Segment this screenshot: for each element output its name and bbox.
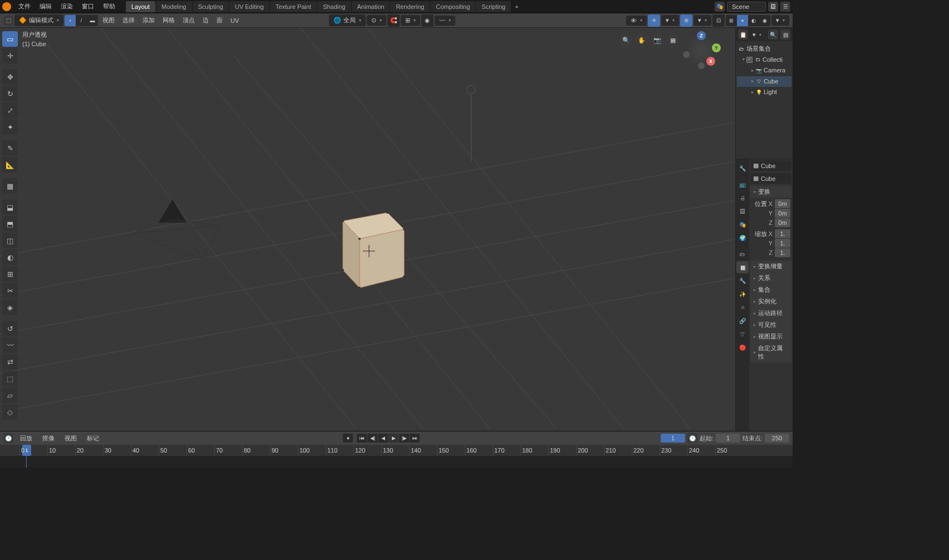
hmenu-edge[interactable]: 边 [199,14,212,26]
measure-tool-icon[interactable]: 📐 [2,157,18,173]
jump-end-icon[interactable]: ⏭ [410,434,420,443]
jump-start-icon[interactable]: ⏮ [357,434,367,443]
edge-select-icon[interactable]: / [76,15,87,26]
outliner-collection[interactable]: ▾✓🗀Collecti [737,55,791,66]
snap-dropdown[interactable]: ⊞ [401,15,420,26]
tab-modeling[interactable]: Modeling [156,1,192,12]
tab-animation[interactable]: Animation [352,1,390,12]
transform-tool-icon[interactable]: ✦ [2,119,18,135]
prev-keyframe-icon[interactable]: ◀| [367,434,377,443]
prop-datablock[interactable]: ▦Cube [750,173,791,184]
section-collections[interactable]: ▸集合 [750,284,791,296]
ptab-object-icon[interactable]: ▦ [736,261,749,273]
axis-z-icon[interactable]: Z [697,31,706,40]
tab-layout[interactable]: Layout [126,1,155,12]
move-tool-icon[interactable]: ✥ [2,69,18,85]
start-frame-field[interactable]: 1 [716,434,740,443]
prop-header[interactable]: ▦Cube [750,160,791,171]
outliner-cube[interactable]: ▸▽Cube [737,76,791,87]
axis-x-icon[interactable]: X [706,57,715,66]
tab-scripting[interactable]: Scripting [476,1,511,12]
shrink-tool-icon[interactable]: ⬚ [2,371,18,386]
nav-persp-icon[interactable]: ▦ [666,33,680,47]
shear-tool-icon[interactable]: ▱ [2,387,18,403]
hmenu-mesh[interactable]: 网格 [159,14,178,26]
rip-tool-icon[interactable]: ◇ [2,404,18,420]
timeline-editor-icon[interactable]: 🕐 [3,433,13,443]
section-delta[interactable]: ▸变换增量 [750,261,791,272]
outliner-filter-icon[interactable]: 🔍 [768,30,778,40]
frame-lock-icon[interactable]: 🕐 [687,433,697,443]
overlay-toggle[interactable]: ⊕ [680,14,692,27]
overlay-dropdown[interactable]: ▾ [694,15,711,26]
ptab-particles-icon[interactable]: ✨ [736,288,749,300]
outliner-new-icon[interactable]: ▤ [780,30,790,40]
bevel-tool-icon[interactable]: ◐ [2,249,18,265]
hmenu-vertex[interactable]: 顶点 [179,14,198,26]
section-visibility[interactable]: ▸可见性 [750,319,791,331]
viewlayer-icon[interactable]: 🖼 [768,2,778,12]
hmenu-add[interactable]: 添加 [139,14,158,26]
extrude-manifold-tool-icon[interactable]: ⬒ [2,216,18,232]
solid-shading-icon[interactable]: ● [737,15,748,26]
timeline-track[interactable] [0,456,793,468]
scale-y-field[interactable]: 1. [775,239,790,248]
tl-menu-playback[interactable]: 回放 [17,433,36,444]
section-relations[interactable]: ▸关系 [750,272,791,284]
rotate-tool-icon[interactable]: ↻ [2,86,18,101]
gizmo-dropdown[interactable]: ▾ [661,15,679,26]
tl-menu-marker[interactable]: 标记 [83,433,102,444]
add-cube-tool-icon[interactable]: ▦ [2,178,18,194]
navigation-gizmo[interactable]: Z Y X [684,33,719,68]
mode-dropdown[interactable]: 🔶编辑模式 [14,14,63,26]
play-reverse-icon[interactable]: ◀ [378,434,388,443]
browse-icon[interactable]: ☰ [780,2,790,12]
pos-y-field[interactable]: 0m [775,209,790,218]
pos-x-field[interactable]: 0m [775,199,790,208]
play-icon[interactable]: ▶ [389,434,399,443]
tab-shading[interactable]: Shading [317,1,351,12]
wireframe-shading-icon[interactable]: ⊞ [726,15,737,26]
ptab-modifier-icon[interactable]: 🔧 [736,274,749,287]
matprev-shading-icon[interactable]: ◐ [748,15,759,26]
annotate-tool-icon[interactable]: ✎ [2,140,18,156]
proportional-edit-toggle[interactable]: ◉ [421,14,434,27]
scale-tool-icon[interactable]: ⤢ [2,102,18,118]
tab-texture-paint[interactable]: Texture Paint [270,1,317,12]
outliner-editor-icon[interactable]: 📋 [738,30,748,40]
menu-file[interactable]: 文件 [14,1,35,12]
timeline-ruler[interactable]: 1 01020304050607080901001101201301401501… [0,445,793,456]
hmenu-uv[interactable]: UV [227,16,242,26]
autokey-toggle-icon[interactable]: ● [343,434,353,443]
section-viewdisplay[interactable]: ▸视图显示 [750,331,791,342]
gizmo-toggle[interactable]: ✛ [648,14,660,27]
nav-move-icon[interactable]: ✋ [635,33,648,47]
menu-render[interactable]: 渲染 [57,1,77,12]
nav-camera-icon[interactable]: 📷 [651,33,664,47]
3d-viewport[interactable]: ▭ ✛ ✥ ↻ ⤢ ✦ ✎ 📐 ▦ ⬓ ⬒ ◫ ◐ ⊞ ✂ ◈ ↺ 〰 ⇄ ⬚ … [0,28,735,431]
menu-help[interactable]: 帮助 [99,1,119,12]
current-frame-field[interactable]: 1 [661,434,685,443]
knife-tool-icon[interactable]: ✂ [2,283,18,298]
ptab-scene-icon[interactable]: 🎭 [736,218,749,230]
orientation-dropdown[interactable]: 🌐全局 [329,14,366,26]
hmenu-select[interactable]: 选择 [119,14,138,26]
end-frame-field[interactable]: 250 [765,434,789,443]
pivot-dropdown[interactable]: ⊙ [367,15,386,26]
tab-add[interactable]: + [512,1,522,12]
xray-toggle[interactable]: ⊡ [712,14,725,27]
next-keyframe-icon[interactable]: |▶ [399,434,409,443]
ptab-constraints-icon[interactable]: 🔗 [736,315,749,327]
ptab-tool-icon[interactable]: 🔧 [736,162,749,174]
ptab-physics-icon[interactable]: ⚛ [736,301,749,313]
scene-selector[interactable]: Scene [727,2,766,12]
ptab-viewlayer-icon[interactable]: 🖼 [736,205,749,217]
shading-options-dropdown[interactable]: ▾ [771,15,789,26]
tab-compositing[interactable]: Compositing [430,1,475,12]
ptab-output-icon[interactable]: 🖨 [736,191,749,204]
axis-y-icon[interactable]: Y [712,43,721,52]
smooth-tool-icon[interactable]: 〰 [2,337,18,353]
scale-x-field[interactable]: 1. [775,229,790,238]
nav-zoom-icon[interactable]: 🔍 [619,33,633,47]
vertex-select-icon[interactable]: ▪ [65,15,76,26]
